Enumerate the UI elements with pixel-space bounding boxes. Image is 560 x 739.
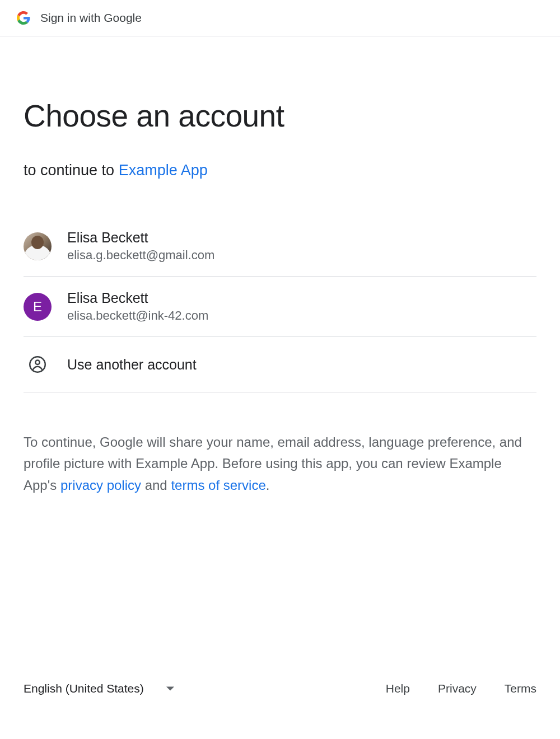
terms-of-service-link[interactable]: terms of service <box>171 478 265 493</box>
header: Sign in with Google <box>0 0 560 36</box>
footer-links: Help Privacy Terms <box>386 682 536 695</box>
subtitle: to continue to Example App <box>24 162 536 179</box>
app-name-link[interactable]: Example App <box>119 162 208 179</box>
use-another-account[interactable]: Use another account <box>24 337 536 392</box>
svg-point-1 <box>35 361 40 365</box>
disclosure-text: To continue, Google will share your name… <box>24 432 536 496</box>
person-icon <box>29 356 46 373</box>
account-email: elisa.g.beckett@gmail.com <box>67 248 214 263</box>
person-icon-wrapper <box>24 350 52 378</box>
account-name: Elisa Beckett <box>67 290 208 306</box>
google-logo-icon <box>17 11 30 25</box>
another-account-label: Use another account <box>67 357 197 373</box>
language-label: English (United States) <box>24 682 144 695</box>
disclosure-text-2: and <box>141 478 171 493</box>
privacy-policy-link[interactable]: privacy policy <box>60 478 141 493</box>
account-item-1[interactable]: E Elisa Beckett elisa.beckett@ink-42.com <box>24 277 536 337</box>
language-selector[interactable]: English (United States) <box>24 682 174 695</box>
header-title: Sign in with Google <box>40 11 142 25</box>
avatar-letter: E <box>24 293 52 321</box>
account-item-0[interactable]: Elisa Beckett elisa.g.beckett@gmail.com <box>24 230 536 277</box>
disclosure-text-3: . <box>266 478 270 493</box>
subtitle-prefix: to continue to <box>24 162 119 179</box>
account-info: Elisa Beckett elisa.beckett@ink-42.com <box>67 290 208 323</box>
terms-link[interactable]: Terms <box>505 682 536 695</box>
account-info: Elisa Beckett elisa.g.beckett@gmail.com <box>67 230 214 263</box>
privacy-link[interactable]: Privacy <box>438 682 477 695</box>
page-title: Choose an account <box>24 98 536 134</box>
account-list: Elisa Beckett elisa.g.beckett@gmail.com … <box>24 230 536 392</box>
chevron-down-icon <box>166 686 174 691</box>
avatar-photo <box>24 232 52 260</box>
account-email: elisa.beckett@ink-42.com <box>67 308 208 323</box>
main-content: Choose an account to continue to Example… <box>0 36 560 496</box>
help-link[interactable]: Help <box>386 682 410 695</box>
footer: English (United States) Help Privacy Ter… <box>24 682 536 695</box>
account-name: Elisa Beckett <box>67 230 214 246</box>
